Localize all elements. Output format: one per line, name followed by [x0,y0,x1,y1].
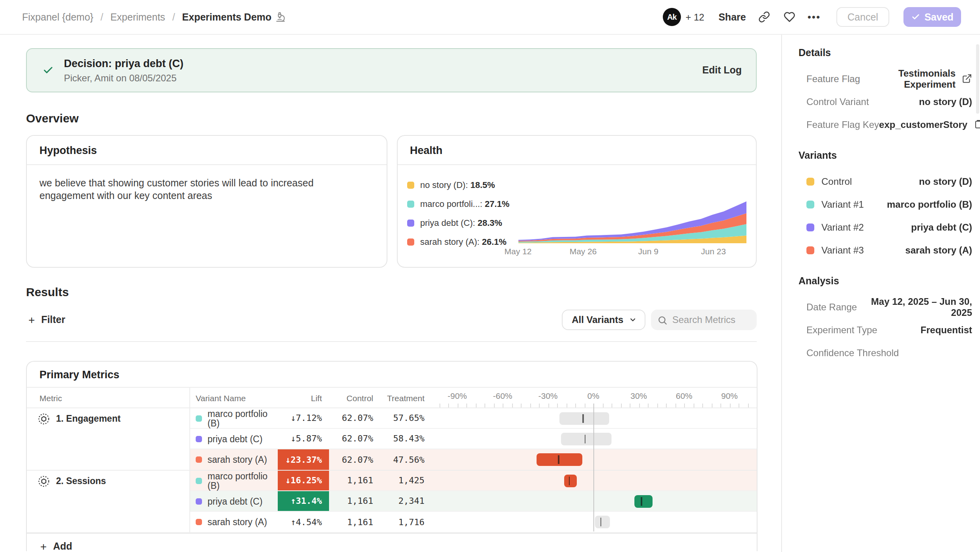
confidence-interval-bar [595,516,610,528]
column-header-lift: Lift [278,388,329,407]
detail-row-control-variant: Control Variant no story (D) [799,90,972,113]
lift-value: ↑31.4% [278,491,329,511]
variant-row[interactable]: sarah story (A) ↑4.54% 1,161 1,716 [190,512,757,532]
metric-cell[interactable]: 1. Engagement [27,408,190,470]
axis-tick [748,404,748,407]
breadcrumb-project[interactable]: Fixpanel {demo} [22,11,94,23]
variant-swatch [806,200,814,208]
add-metric-button[interactable]: + Add [40,540,72,551]
axis-tick [475,404,476,407]
control-variant-value: no story (D) [919,96,972,107]
link-icon[interactable] [757,10,771,24]
detail-row-feature-flag: Feature Flag Testimonials Experiment [799,67,972,90]
lift-marker [600,518,601,526]
axis-tick [648,404,649,407]
metric-name: 2. Sessions [56,476,106,486]
health-area-chart [516,199,749,245]
axis-tick-label: 60% [676,391,692,400]
microscope-icon [275,12,286,22]
variant-color-dot [196,477,202,484]
variant-color-dot [196,436,202,442]
treatment-value: 47.56% [393,454,425,465]
axis-tick [575,404,576,407]
axis-tick-label: 30% [630,391,647,400]
legend-item[interactable]: sarah story (A): 26.1% [407,232,509,251]
more-icon[interactable]: ••• [808,11,821,23]
axis-tick [666,404,667,407]
breadcrumb: Fixpanel {demo} / Experiments / Experime… [22,11,286,23]
confidence-interval-bar [634,495,653,507]
confidence-interval-bar [564,474,577,487]
axis-tick-label: 90% [721,391,738,400]
legend-swatch [407,200,414,207]
axis-tick [739,404,739,407]
axis-tick-label: -60% [493,391,512,400]
variant-row[interactable]: marco portfolio (B) ↓7.12% 62.07% 57.65% [190,408,757,429]
control-value: 1,161 [347,496,373,506]
variant-name: priya debt (C) [196,434,262,443]
variant-detail-row: Control no story (D) [799,170,972,193]
variant-name: sarah story (A) [196,455,267,464]
variant-row[interactable]: marco portfolio (B) ↓16.25% 1,161 1,425 [190,471,757,491]
axis-tick [711,404,712,407]
heart-icon[interactable] [782,10,797,24]
variant-row[interactable]: priya debt (C) ↓5.87% 62.07% 58.43% [190,429,757,449]
control-value: 62.07% [342,434,374,444]
variants-title: Variants [799,150,972,161]
treatment-value: 57.65% [393,413,425,423]
breadcrumb-separator: / [172,11,175,23]
avatar[interactable]: Ak [663,8,681,26]
legend-item[interactable]: no story (D): 18.5% [407,175,509,194]
axis-tick [521,404,522,407]
variant-name: marco portfolio (B) [196,471,278,490]
filter-button[interactable]: + Filter [26,314,65,326]
search-metrics-input[interactable] [672,314,750,325]
axis-tick [539,404,540,407]
axis-tick [693,404,694,407]
analysis-row-confidence-threshold: Confidence Threshold [799,341,972,364]
column-header-variant: Variant Name [190,388,278,407]
variant-detail-row: Variant #2 priya debt (C) [799,216,972,238]
legend-item[interactable]: marco portfoli...: 27.1% [407,194,509,213]
x-axis-label: May 26 [570,246,597,256]
cancel-button[interactable]: Cancel [836,7,889,27]
axis-tick [439,404,440,407]
table-header: Metric Variant Name Lift Control Treatme… [27,388,757,408]
variants-dropdown[interactable]: All Variants [561,310,645,330]
feature-flag-link[interactable]: Testimonials Experiment [860,68,956,90]
axis-tick [530,404,531,407]
collaborators-count[interactable]: + 12 [686,11,704,23]
axis-tick [630,404,630,407]
edit-log-button[interactable]: Edit Log [702,65,742,76]
check-icon [911,13,920,21]
share-button[interactable]: Share [718,11,746,23]
table-footer: + Add [27,533,757,551]
results-toolbar: + Filter All Variants [26,310,757,342]
legend-swatch [407,219,414,226]
external-link-icon[interactable] [962,73,972,84]
legend-item[interactable]: priya debt (C): 28.3% [407,213,509,232]
metric-cell[interactable]: 2. Sessions [27,471,190,532]
breadcrumb-experiments[interactable]: Experiments [110,11,165,23]
axis-tick-label: -30% [538,391,557,400]
variant-swatch [806,223,814,231]
column-header-metric: Metric [27,388,190,407]
lift-marker [584,434,585,443]
metric-group: 2. Sessions marco portfolio (B) ↓16.25% … [27,471,757,533]
axis-tick [512,404,512,407]
variant-row[interactable]: sarah story (A) ↓23.37% 62.07% 47.56% [190,449,757,470]
search-metrics-box [651,310,757,330]
copy-icon[interactable] [974,119,980,130]
axis-tick-label: 0% [587,391,599,400]
control-value: 1,161 [347,517,373,527]
health-x-axis: May 12May 26Jun 9Jun 23 [516,246,749,257]
saved-button[interactable]: Saved [903,7,961,27]
variant-row[interactable]: priya debt (C) ↑31.4% 1,161 2,341 [190,491,757,512]
health-legend: no story (D): 18.5% marco portfoli...: 2… [407,175,509,251]
axis-tick [494,404,494,407]
decision-subtitle: Picker, Amit on 08/05/2025 [64,72,702,83]
breadcrumb-current: Experiments Demo [182,11,286,23]
sidebar-scrollbar[interactable] [976,44,979,114]
column-header-treatment: Treatment [380,388,432,407]
axis-tick [657,404,658,407]
